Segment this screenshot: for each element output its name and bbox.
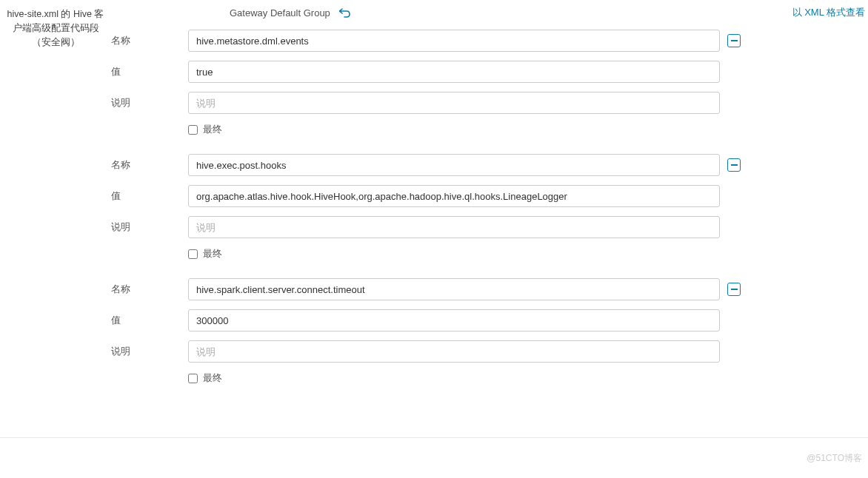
- value-label: 值: [111, 189, 188, 203]
- value-label: 值: [111, 65, 188, 78]
- remove-icon[interactable]: [727, 158, 741, 172]
- view-as-xml-link[interactable]: 以 XML 格式查看: [792, 6, 865, 19]
- desc-label: 说明: [111, 345, 188, 358]
- remove-icon[interactable]: [727, 283, 741, 296]
- property-block: 名称 值 说明 最终: [111, 154, 868, 260]
- value-label: 值: [111, 314, 188, 327]
- config-title-line2: （安全阀）: [32, 37, 80, 47]
- desc-label: 说明: [111, 221, 188, 234]
- final-label: 最终: [203, 247, 222, 260]
- page-container: hive-site.xml 的 Hive 客户端高级配置代码段 （安全阀） Ga…: [0, 0, 868, 417]
- final-checkbox[interactable]: [188, 125, 198, 135]
- name-input[interactable]: [188, 278, 720, 300]
- remove-icon[interactable]: [727, 34, 741, 47]
- group-name: Gateway Default Group: [230, 7, 330, 18]
- desc-input[interactable]: [188, 216, 720, 238]
- value-input[interactable]: [188, 309, 720, 331]
- watermark: @51CTO博客: [807, 452, 862, 465]
- property-block: 名称 值 说明 最终: [111, 30, 868, 136]
- name-label: 名称: [111, 283, 188, 296]
- divider: [0, 437, 868, 438]
- name-input[interactable]: [188, 154, 720, 176]
- sidebar: hive-site.xml 的 Hive 客户端高级配置代码段 （安全阀）: [0, 0, 111, 417]
- desc-input[interactable]: [188, 92, 720, 114]
- final-checkbox[interactable]: [188, 374, 198, 383]
- main-content: Gateway Default Group 以 XML 格式查看 名称 值 说明: [111, 0, 868, 417]
- value-input[interactable]: [188, 185, 720, 207]
- name-label: 名称: [111, 158, 188, 172]
- final-checkbox[interactable]: [188, 249, 198, 259]
- name-input[interactable]: [188, 30, 720, 52]
- desc-input[interactable]: [188, 340, 720, 363]
- property-block: 名称 值 说明 最终: [111, 278, 868, 385]
- undo-icon[interactable]: [339, 7, 351, 18]
- final-label: 最终: [203, 371, 222, 385]
- name-label: 名称: [111, 34, 188, 47]
- header-row: Gateway Default Group 以 XML 格式查看: [0, 6, 868, 19]
- value-input[interactable]: [188, 61, 720, 83]
- desc-label: 说明: [111, 96, 188, 110]
- final-label: 最终: [203, 123, 222, 136]
